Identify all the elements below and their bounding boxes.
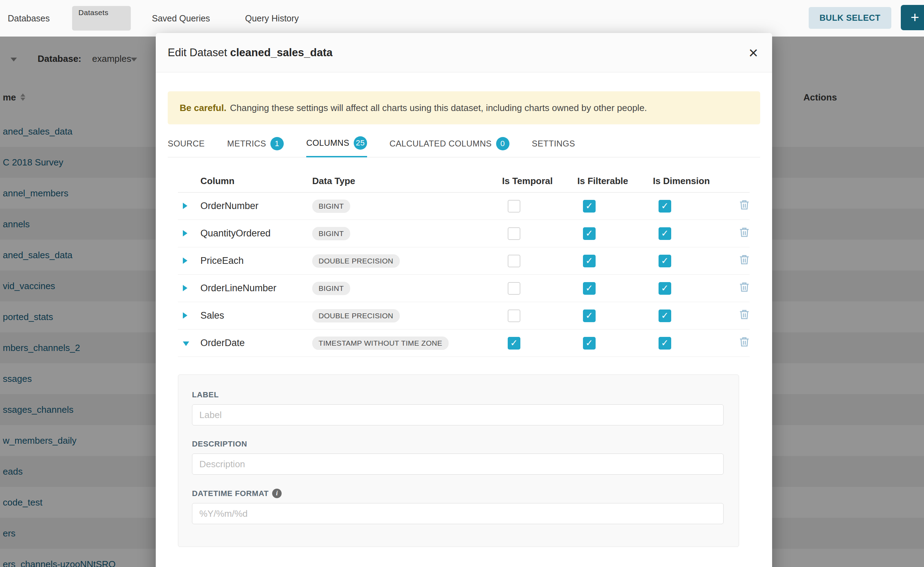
data-type-pill: DOUBLE PRECISION [312,254,400,268]
label-field-label: LABEL [192,390,739,399]
label-field-group: LABEL [192,390,739,425]
tab-source[interactable]: SOURCE [168,136,205,157]
header-is-dimension: Is Dimension [653,176,737,186]
label-input[interactable] [192,404,724,425]
is-dimension-checkbox[interactable]: ✓ [659,227,671,240]
expand-toggle[interactable] [178,283,200,294]
header-data-type: Data Type [312,176,502,186]
data-type-pill: BIGINT [312,282,350,295]
is-filterable-checkbox[interactable]: ✓ [583,309,596,322]
expand-toggle[interactable] [178,228,200,239]
tab-label: CALCULATED COLUMNS [390,139,492,148]
description-input[interactable] [192,453,724,475]
tab-count-badge: 0 [496,137,509,150]
datetime-format-input[interactable] [192,503,724,524]
table-row: PriceEach DOUBLE PRECISION ✓ ✓ [178,248,749,275]
modal-title: Edit Dataset cleaned_sales_data [168,46,333,59]
nav-item-query-history[interactable]: Query History [245,0,299,36]
columns-table-body: OrderNumber BIGINT ✓ ✓ QuantityOrdered B… [178,192,749,357]
description-field-group: DESCRIPTION [192,440,739,475]
add-dataset-button[interactable]: + [901,5,924,30]
delete-column-icon[interactable] [739,336,750,348]
expand-toggle[interactable] [178,201,200,212]
is-temporal-checkbox[interactable] [508,255,521,267]
nav-item-datasets[interactable]: Datasets [72,6,131,31]
is-filterable-checkbox[interactable]: ✓ [583,227,596,240]
expand-toggle[interactable] [178,338,200,348]
table-row: OrderLineNumber BIGINT ✓ ✓ [178,275,749,302]
delete-column-icon[interactable] [739,254,750,266]
tab-count-badge: 25 [354,136,367,150]
column-name: PriceEach [200,255,312,266]
tab-label: SOURCE [168,139,205,148]
modal-title-dataset-name: cleaned_sales_data [230,46,333,58]
edit-dataset-modal: Edit Dataset cleaned_sales_data × Be car… [156,33,772,567]
caret-icon [183,258,187,264]
top-navigation: Databases Datasets Saved Queries Query H… [0,0,924,36]
table-row: OrderDate TIMESTAMP WITHOUT TIME ZONE ✓ … [178,330,749,357]
table-row: OrderNumber BIGINT ✓ ✓ [178,192,749,220]
table-row: Sales DOUBLE PRECISION ✓ ✓ [178,302,749,330]
is-dimension-checkbox[interactable]: ✓ [659,282,671,295]
table-row: QuantityOrdered BIGINT ✓ ✓ [178,220,749,248]
info-icon[interactable]: i [272,489,281,498]
header-is-filterable: Is Filterable [577,176,653,186]
warning-banner: Be careful. Changing these settings will… [168,92,760,124]
delete-column-icon[interactable] [739,281,750,293]
data-type-pill: DOUBLE PRECISION [312,309,400,322]
header-column: Column [200,176,312,186]
tab-calculated-columns[interactable]: CALCULATED COLUMNS 0 [390,136,509,157]
delete-column-icon[interactable] [739,226,750,238]
is-filterable-checkbox[interactable]: ✓ [583,200,596,213]
description-field-label: DESCRIPTION [192,440,739,448]
column-name: OrderNumber [200,201,312,212]
is-dimension-checkbox[interactable]: ✓ [659,337,671,350]
nav-item-databases[interactable]: Databases [8,0,50,36]
delete-column-icon[interactable] [739,309,750,320]
is-dimension-checkbox[interactable]: ✓ [659,255,671,267]
tab-label: COLUMNS [306,138,349,148]
tab-columns[interactable]: COLUMNS 25 [306,136,367,158]
caret-icon [183,285,187,291]
tab-settings[interactable]: SETTINGS [532,136,575,157]
caret-icon [183,230,187,236]
warning-bold-text: Be careful. [180,103,226,114]
datetime-format-field-group: DATETIME FORMAT i [192,489,739,524]
is-dimension-checkbox[interactable]: ✓ [659,309,671,322]
data-type-pill: TIMESTAMP WITHOUT TIME ZONE [312,336,448,350]
nav-item-saved-queries[interactable]: Saved Queries [152,0,210,36]
column-name: OrderLineNumber [200,283,312,294]
expand-toggle[interactable] [178,255,200,266]
tab-metrics[interactable]: METRICS 1 [227,136,284,157]
is-temporal-checkbox[interactable] [508,227,521,240]
caret-icon [183,342,189,346]
modal-tabs: SOURCE METRICS 1 COLUMNS 25 CALCULATED C… [168,136,760,158]
caret-icon [183,312,187,319]
columns-table: Column Data Type Is Temporal Is Filterab… [178,170,749,357]
bulk-select-button[interactable]: BULK SELECT [809,7,891,29]
data-type-pill: BIGINT [312,227,350,240]
expand-toggle[interactable] [178,310,200,321]
datetime-format-field-label: DATETIME FORMAT i [192,489,739,498]
close-icon[interactable]: × [749,45,758,61]
is-temporal-checkbox[interactable] [508,309,521,322]
is-dimension-checkbox[interactable]: ✓ [659,200,671,213]
is-filterable-checkbox[interactable]: ✓ [583,255,596,267]
header-is-temporal: Is Temporal [502,176,577,186]
data-type-pill: BIGINT [312,200,350,213]
is-temporal-checkbox[interactable] [508,200,521,213]
column-detail-panel: LABEL DESCRIPTION DATETIME FORMAT i [178,375,739,547]
is-temporal-checkbox[interactable] [508,282,521,295]
column-name: QuantityOrdered [200,228,312,239]
caret-icon [183,203,187,209]
delete-column-icon[interactable] [739,199,750,211]
is-filterable-checkbox[interactable]: ✓ [583,337,596,350]
tab-count-badge: 1 [270,137,284,150]
warning-text: Changing these settings will affect all … [230,103,647,114]
column-name: Sales [200,310,312,321]
column-name: OrderDate [200,338,312,348]
is-filterable-checkbox[interactable]: ✓ [583,282,596,295]
tab-label: METRICS [227,139,266,148]
modal-title-prefix: Edit Dataset [168,46,227,58]
is-temporal-checkbox[interactable]: ✓ [508,337,521,350]
